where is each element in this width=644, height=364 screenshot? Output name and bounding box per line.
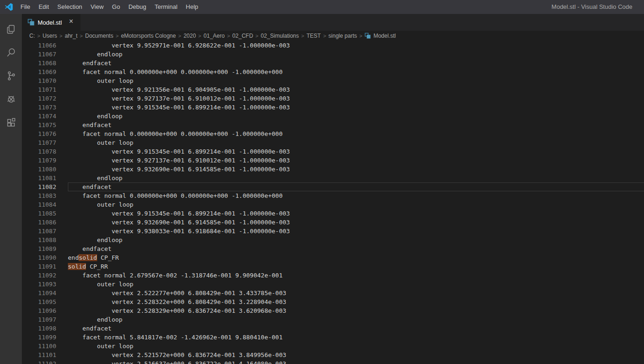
code-line: 11085 vertex 9.915345e-001 6.899214e-001… — [22, 209, 644, 218]
code-line: 11101 vertex 2.521572e+000 6.836724e-001… — [22, 351, 644, 359]
code-line: 11078 vertex 9.915345e-001 6.899214e-001… — [22, 147, 644, 156]
line-number: 11082 — [22, 182, 68, 191]
code-line: 11086 vertex 9.932690e-001 6.914585e-001… — [22, 218, 644, 227]
breadcrumb-item[interactable]: eMotorsports Cologne — [121, 33, 176, 39]
tab-close-icon[interactable]: × — [66, 18, 76, 27]
explorer-icon[interactable] — [0, 18, 22, 41]
code-text[interactable]: outer loop — [68, 342, 644, 351]
menu-item-terminal[interactable]: Terminal — [150, 0, 181, 14]
code-text[interactable]: facet normal 2.679567e-002 -1.318746e-00… — [68, 271, 644, 280]
code-text[interactable]: vertex 9.921356e-001 6.904905e-001 -1.00… — [68, 85, 644, 94]
menu-item-file[interactable]: File — [16, 0, 34, 14]
line-number: 11066 — [22, 41, 68, 50]
code-text[interactable]: vertex 9.927137e-001 6.910012e-001 -1.00… — [68, 156, 644, 165]
code-text[interactable]: vertex 9.915345e-001 6.899214e-001 -1.00… — [68, 103, 644, 112]
code-text[interactable]: facet normal 0.000000e+000 0.000000e+000… — [68, 67, 644, 76]
code-text[interactable]: vertex 2.521572e+000 6.836724e-001 3.849… — [68, 351, 644, 359]
titlebar: FileEditSelectionViewGoDebugTerminalHelp… — [0, 0, 644, 14]
code-line: 11070 outer loop — [22, 76, 644, 85]
code-line: 11092 facet normal 2.679567e-002 -1.3187… — [22, 271, 644, 280]
breadcrumb-item[interactable]: Users — [42, 33, 57, 39]
line-number: 11074 — [22, 112, 68, 121]
code-text[interactable]: vertex 2.528329e+000 6.836724e-001 3.620… — [68, 306, 644, 315]
breadcrumb-separator: > — [113, 33, 121, 39]
breadcrumb-separator: > — [176, 33, 183, 39]
code-text[interactable]: vertex 9.915345e-001 6.899214e-001 -1.00… — [68, 209, 644, 218]
code-text[interactable]: endfacet — [68, 121, 644, 129]
source-control-icon[interactable] — [0, 64, 22, 88]
code-text[interactable]: vertex 9.952971e-001 6.928622e-001 -1.00… — [68, 41, 644, 50]
breadcrumb-separator: > — [57, 33, 65, 39]
code-text[interactable]: vertex 9.927137e-001 6.910012e-001 -1.00… — [68, 94, 644, 103]
code-text[interactable]: endloop — [68, 174, 644, 182]
code-text[interactable]: vertex 2.522277e+000 6.808429e-001 3.433… — [68, 289, 644, 297]
code-text[interactable]: vertex 9.932690e-001 6.914585e-001 -1.00… — [68, 165, 644, 174]
line-number: 11090 — [22, 253, 68, 262]
menu-item-debug[interactable]: Debug — [124, 0, 150, 14]
code-text[interactable]: outer loop — [68, 138, 644, 147]
extensions-icon[interactable] — [0, 111, 22, 134]
line-number: 11101 — [22, 351, 68, 359]
breadcrumb-item[interactable]: single parts — [328, 33, 357, 39]
code-line: 11076 facet normal 0.000000e+000 0.00000… — [22, 129, 644, 138]
line-number: 11072 — [22, 94, 68, 103]
tab-model-stl[interactable]: Model.stl × — [22, 14, 81, 31]
breadcrumb-file[interactable]: Model.stl — [365, 33, 396, 39]
code-editor[interactable]: 11066 vertex 9.952971e-001 6.928622e-001… — [22, 41, 644, 364]
menu-item-go[interactable]: Go — [108, 0, 124, 14]
code-line: 11084 outer loop — [22, 200, 644, 209]
line-number: 11078 — [22, 147, 68, 156]
code-text[interactable]: endfacet — [68, 59, 644, 67]
breadcrumb-item[interactable]: 02_Simulations — [261, 33, 299, 39]
code-text[interactable]: vertex 2.516637e+000 6.836722e-001 4.164… — [68, 359, 644, 364]
line-number: 11099 — [22, 333, 68, 342]
breadcrumb-item[interactable]: TEST — [306, 33, 321, 39]
breadcrumb-item[interactable]: 2020 — [184, 33, 196, 39]
code-text[interactable]: solid CP_RR — [68, 262, 644, 271]
menu-item-selection[interactable]: Selection — [53, 0, 86, 14]
menu-item-help[interactable]: Help — [182, 0, 203, 14]
line-number: 11092 — [22, 271, 68, 280]
breadcrumb-item[interactable]: Documents — [85, 33, 113, 39]
code-text[interactable]: endfacet — [68, 244, 644, 253]
code-text[interactable]: endloop — [68, 112, 644, 121]
window-title: Model.stl - Visual Studio Code — [551, 0, 632, 14]
code-text[interactable]: vertex 9.915345e-001 6.899214e-001 -1.00… — [68, 147, 644, 156]
code-line: 11098 endfacet — [22, 324, 644, 333]
menu-item-view[interactable]: View — [86, 0, 108, 14]
code-text[interactable]: endfacet — [68, 182, 644, 191]
breadcrumb-item[interactable]: 01_Aero — [204, 33, 225, 39]
code-text[interactable]: outer loop — [68, 76, 644, 85]
code-text[interactable]: facet normal 0.000000e+000 0.000000e+000… — [68, 191, 644, 200]
line-number: 11073 — [22, 103, 68, 112]
code-text[interactable]: endsolid CP_FR — [68, 253, 644, 262]
breadcrumb-item[interactable]: 02_CFD — [232, 33, 253, 39]
menu-item-edit[interactable]: Edit — [34, 0, 53, 14]
code-text[interactable]: vertex 2.528322e+000 6.808429e-001 3.228… — [68, 297, 644, 306]
vscode-window: FileEditSelectionViewGoDebugTerminalHelp… — [0, 0, 644, 364]
code-text[interactable]: endloop — [68, 236, 644, 244]
code-line: 11067 endloop — [22, 50, 644, 59]
line-number: 11085 — [22, 209, 68, 218]
find-match-highlight: solid — [68, 263, 86, 270]
code-text[interactable]: endloop — [68, 315, 644, 324]
code-text[interactable]: endfacet — [68, 324, 644, 333]
line-number: 11076 — [22, 129, 68, 138]
code-text[interactable]: facet normal 5.841817e-002 -1.426962e-00… — [68, 333, 644, 342]
menubar: FileEditSelectionViewGoDebugTerminalHelp — [16, 0, 202, 14]
code-text[interactable]: vertex 9.938033e-001 6.918684e-001 -1.00… — [68, 227, 644, 236]
code-text[interactable]: endloop — [68, 50, 644, 59]
code-line: 11082 endfacet — [22, 182, 644, 191]
breadcrumb-item[interactable]: C: — [29, 33, 35, 39]
code-text[interactable]: outer loop — [68, 200, 644, 209]
breadcrumb-separator: > — [78, 33, 85, 39]
code-text[interactable]: outer loop — [68, 280, 644, 289]
line-number: 11071 — [22, 85, 68, 94]
breadcrumb-separator: > — [253, 33, 260, 39]
stl-file-icon — [365, 33, 371, 39]
search-icon[interactable] — [0, 41, 22, 64]
code-text[interactable]: vertex 9.932690e-001 6.914585e-001 -1.00… — [68, 218, 644, 227]
debug-icon[interactable] — [0, 88, 22, 111]
code-text[interactable]: facet normal 0.000000e+000 0.000000e+000… — [68, 129, 644, 138]
breadcrumb-item[interactable]: ahr_t — [65, 33, 77, 39]
